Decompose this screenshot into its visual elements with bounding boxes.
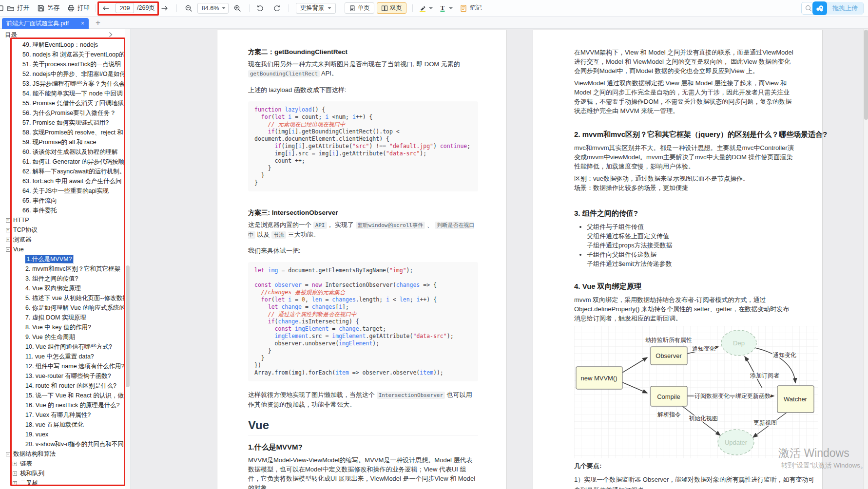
inline-code: IntersectionObserver bbox=[377, 392, 445, 399]
toc-item[interactable]: 53. JS异步编程有哪些方案？为什么会出 bbox=[0, 79, 124, 89]
text-tool[interactable]: T bbox=[439, 4, 453, 12]
toc-item-label: 11. vue 中怎么重置 data? bbox=[25, 353, 94, 360]
text-segment: 三大功能。 bbox=[286, 231, 320, 238]
toc-item-label: 56. 为什么Promise要引入微任务？ bbox=[22, 110, 116, 116]
toc-item[interactable]: +栈和队列 bbox=[0, 469, 124, 478]
toc-item[interactable]: 6. 你是如何理解 Vue 的响应式系统的? bbox=[0, 303, 124, 313]
toc-item[interactable]: 5. 描述下 vue 从初始化页面--修改数据 bbox=[0, 293, 124, 303]
zoom-out-icon[interactable] bbox=[185, 4, 193, 12]
toc-item[interactable]: 65. 事件流向 bbox=[0, 196, 124, 206]
note-button[interactable]: 笔记 bbox=[460, 4, 482, 12]
collapse-icon[interactable]: − bbox=[6, 247, 10, 252]
edge-label-parse: 解析指令 bbox=[657, 411, 681, 418]
expand-icon[interactable]: + bbox=[6, 218, 10, 223]
chevron-right-icon[interactable] bbox=[108, 32, 114, 38]
zoom-in-icon[interactable] bbox=[233, 4, 241, 12]
previous-page-icon[interactable] bbox=[102, 4, 110, 12]
toc-item[interactable]: 13. vue-router 有哪些钩子函数? bbox=[0, 371, 124, 381]
main-scrollbar[interactable] bbox=[863, 29, 868, 489]
baidu-netdisk-logo[interactable] bbox=[812, 1, 827, 15]
drag-upload-button[interactable]: 拖拽上传 bbox=[827, 2, 863, 15]
text-segment: 以及 bbox=[255, 231, 271, 238]
sidebar-scrollbar-thumb[interactable] bbox=[126, 265, 130, 387]
toc-item[interactable]: 58. 实现Promise的 resolve、reject 和 bbox=[0, 128, 124, 137]
double-page-button[interactable]: 双页 bbox=[377, 2, 406, 14]
toc-item[interactable]: 7. 虚拟 DOM 实现原理 bbox=[0, 313, 124, 322]
toc-item[interactable]: +链表 bbox=[0, 459, 124, 469]
code-line: } bbox=[254, 347, 472, 355]
toc-item[interactable]: −Vue bbox=[0, 244, 124, 254]
save-as-button[interactable]: 另存 bbox=[37, 4, 59, 12]
search-icon[interactable] bbox=[802, 4, 812, 12]
toc-item[interactable]: 60. 谈谈你对生成器以及协程的理解 bbox=[0, 147, 124, 157]
toc-item[interactable]: 51. 关于process.nextTick的一点说明 bbox=[0, 59, 124, 69]
tab-close-icon[interactable]: × bbox=[81, 20, 84, 27]
toc-item[interactable]: 3. 组件之间的传值? bbox=[0, 274, 124, 283]
toc-item-label: 17. Vuex 有哪几种属性? bbox=[25, 412, 91, 418]
toc-item[interactable]: +HTTP bbox=[0, 215, 124, 225]
toc-item[interactable]: 54. 能不能简单实现一下 node 中回调 bbox=[0, 89, 124, 98]
toc-item[interactable]: 8. Vue 中 key 值的作用? bbox=[0, 322, 124, 332]
toc-item[interactable]: 19. vuex bbox=[0, 430, 124, 439]
toc-item[interactable]: 64. 关于JS中一些重要的api实现 bbox=[0, 186, 124, 196]
open-button[interactable]: 打开 bbox=[7, 4, 29, 12]
text-line: 区别：vue数据驱动，通过数据来显示视图层而不是节点操作。 bbox=[574, 175, 749, 182]
main-scrollbar-thumb[interactable] bbox=[864, 30, 868, 120]
toc-item[interactable]: −数据结构和算法 bbox=[0, 449, 124, 459]
toc-item[interactable]: 59. 现Promise的 all 和 race bbox=[0, 137, 124, 147]
toc-item-label: 52. nodejs中的异步、非阻塞I/O是如何 bbox=[22, 71, 124, 77]
document-tab[interactable]: 前端大厂面试题宝典.pdf × bbox=[2, 18, 89, 29]
toc-item[interactable]: +TCP协议 bbox=[0, 225, 124, 235]
text-segment: 这样就很方便地实现了图片懒加载，当然这个 bbox=[248, 391, 377, 398]
heading-q2: 2. mvvm和mvc区别？它和其它框架（jquery）的区别是什么？哪些场景适… bbox=[574, 129, 794, 139]
toc-item[interactable]: 9. Vue 的生命周期 bbox=[0, 332, 124, 342]
undo-icon[interactable] bbox=[256, 4, 264, 12]
new-tab-button[interactable]: + bbox=[93, 18, 103, 28]
toc-item[interactable]: 57. Promise 如何实现链式调用? bbox=[0, 118, 124, 128]
toc-item[interactable]: 10. Vue 组件间通信有哪些方式? bbox=[0, 342, 124, 352]
keypoint-1: 1）实现一个数据监听器 Observer，能够对数据对象的所有属性进行监听，如有… bbox=[574, 474, 819, 489]
code-line: img[i].src = img[i].getAttribute("data-s… bbox=[254, 150, 472, 157]
toc-item[interactable]: 11. vue 中怎么重置 data? bbox=[0, 352, 124, 361]
expand-icon[interactable]: + bbox=[13, 471, 17, 476]
expand-icon[interactable]: + bbox=[6, 238, 10, 242]
expand-icon[interactable]: + bbox=[6, 228, 10, 232]
sidebar-scrollbar[interactable] bbox=[125, 29, 130, 489]
paragraph: 这是浏览器内置的一个 API， 实现了 监听window的scroll事件 、 … bbox=[248, 220, 478, 240]
redo-icon[interactable] bbox=[273, 4, 281, 12]
toc-item[interactable]: 61. 如何让 Generator 的异步代码按顺 bbox=[0, 157, 124, 167]
toc-item[interactable]: +浏览器 bbox=[0, 235, 124, 244]
single-page-button[interactable]: 单页 bbox=[345, 2, 374, 14]
toc-item[interactable]: 62. 解释一下async/await的运行机制。 bbox=[0, 167, 124, 176]
toc-item[interactable]: 15. 说一下 Vue 和 React 的认识，做- bbox=[0, 391, 124, 400]
toc-item[interactable]: 16. Vue 的 nextTick 的原理是什么? bbox=[0, 400, 124, 410]
toc-item[interactable]: 12. 组件中写 name 选项有什么作用? bbox=[0, 361, 124, 371]
toc-item[interactable]: 20. v-show和v-if指令的共同点和不同点 bbox=[0, 439, 124, 449]
toc-item[interactable]: +二叉树 bbox=[0, 478, 124, 488]
print-button[interactable]: 打印 bbox=[67, 4, 90, 12]
collapse-icon[interactable]: − bbox=[6, 452, 10, 456]
toc-item[interactable]: 63. forEach 中用 await 会产生什么问 bbox=[0, 176, 124, 186]
next-page-icon[interactable] bbox=[161, 4, 169, 12]
toc-item[interactable]: 56. 为什么Promise要引入微任务？ bbox=[0, 108, 124, 118]
page-number-input[interactable] bbox=[116, 3, 134, 13]
toc-item[interactable]: 2. mvvm和mvc区别？它和其它框架（ bbox=[0, 264, 124, 274]
toc-item[interactable]: 55. Promise 凭借什么消灭了回调地狱 bbox=[0, 98, 124, 108]
expand-icon[interactable]: + bbox=[13, 462, 17, 466]
toc-item[interactable]: 66. 事件委托 bbox=[0, 206, 124, 215]
paragraph: MVVM是Model-View-ViewModel的缩写。MVVM是一种设计思想… bbox=[248, 455, 478, 489]
toc-item[interactable]: 14. route 和 router 的区别是什么? bbox=[0, 381, 124, 391]
zoom-level-select[interactable]: 84.6% bbox=[197, 3, 229, 14]
toc-item[interactable]: 17. Vuex 有哪几种属性? bbox=[0, 410, 124, 420]
toc-item-selected[interactable]: 1.什么是MVVM? bbox=[0, 254, 124, 264]
toc-item[interactable]: 18. vue 首屏加载优化 bbox=[0, 420, 124, 430]
toc-item[interactable]: 50. nodejs 和 浏览器关于eventLoop的 bbox=[0, 50, 124, 59]
toc-item[interactable]: 52. nodejs中的异步、非阻塞I/O是如何 bbox=[0, 69, 124, 79]
highlighter-tool[interactable] bbox=[419, 4, 433, 12]
expand-icon[interactable]: + bbox=[13, 481, 17, 486]
toc-item[interactable]: 4. Vue 双向绑定原理 bbox=[0, 283, 124, 293]
single-page-label: 单页 bbox=[358, 4, 370, 12]
node-watcher: Watcher bbox=[784, 395, 808, 403]
change-background-select[interactable]: 更换背景 bbox=[296, 3, 336, 14]
toc-item[interactable]: 49. 理解EventLoop：nodejs bbox=[0, 40, 124, 50]
